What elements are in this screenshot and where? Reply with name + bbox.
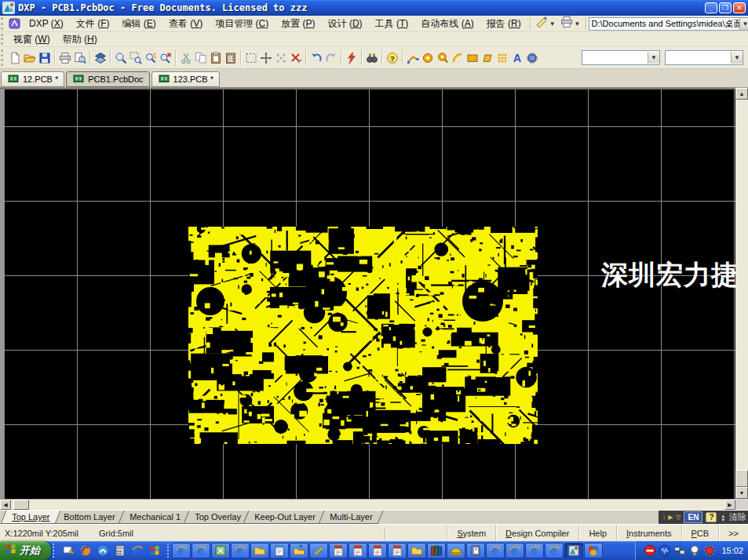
taskbar-button-word[interactable] [329,543,348,558]
deselect-button[interactable] [273,49,288,67]
scroll-down-button[interactable]: ▼ [735,487,748,499]
clear-button[interactable]: 清除 [729,511,746,523]
menu-item-w[interactable]: 视窗 (W) [7,31,57,48]
address-combobox[interactable]: D:\Documents and Settings\midea\桌面 ▼ [589,17,748,31]
quicklaunch-windows-icon[interactable] [147,543,162,558]
new-doc-button[interactable] [7,49,22,67]
taskbar-button-ie[interactable]: e [192,543,210,558]
menu-item-t[interactable]: 工具 (T) [369,16,415,32]
language-indicator[interactable]: EN [684,511,702,523]
restore-button[interactable]: ❐ [719,2,732,13]
doc-tab-pcb1-pcbdoc[interactable]: PCB1.PcbDoc [66,71,149,87]
taskbar-button-dxp[interactable] [564,543,583,558]
quicklaunch-messenger-icon[interactable] [95,543,111,558]
taskbar-button-ie[interactable]: e [486,543,505,558]
find-button[interactable] [364,49,379,67]
minimize-button[interactable]: _ [705,2,717,13]
quicklaunch-media-player-icon[interactable] [78,543,93,558]
place-component-button[interactable] [524,49,539,67]
menu-item-d[interactable]: 设计 (D) [322,16,369,32]
taskbar-button-word[interactable] [388,543,407,558]
save-button[interactable] [37,49,52,67]
play-icon[interactable]: ▶ [668,514,673,521]
layer-tab-keep-out-layer[interactable]: Keep-Out Layer [243,511,327,524]
address-dropdown-button[interactable]: ▼ [739,18,748,30]
zoom-points-button[interactable] [143,49,158,67]
taskbar-button-wordpad[interactable] [270,543,289,558]
taskbar-button-ie[interactable]: e [525,543,544,558]
quicklaunch-show-desktop-icon[interactable] [60,543,76,558]
layer-tab-mechanical-1[interactable]: Mechanical 1 [118,511,192,524]
vertical-scroll-thumb[interactable] [735,470,748,487]
menu-item-a[interactable]: 自动布线 (A) [414,16,480,32]
menu-item-v[interactable]: 查看 (V) [162,16,209,32]
zoom-area-button[interactable] [128,49,143,67]
taskbar-button-addressbook[interactable] [466,543,485,558]
place-fill-button[interactable] [465,49,480,67]
status-panel-pcb[interactable]: PCB [681,525,719,541]
net-combobox[interactable]: ▼ [665,50,743,65]
layer-tab-bottom-layer[interactable]: Bottom Layer [53,511,126,524]
taskbar-button-paint[interactable] [309,543,328,558]
taskbar-button-ie[interactable]: e [505,543,524,558]
redo-button[interactable] [323,49,338,67]
measure-tool-button[interactable]: ▼ [534,15,557,32]
taskbar-button-folder[interactable] [250,543,269,558]
paste-button[interactable] [208,49,223,67]
menu-grip[interactable] [1,17,5,30]
language-help-button[interactable]: ? [706,512,717,522]
layer-tab-top-layer[interactable]: Top Layer [1,511,61,524]
horizontal-scrollbar[interactable]: ◀ ▶ [0,499,735,510]
combo-dropdown-button[interactable]: ▼ [648,52,659,64]
place-string-button[interactable]: A [509,49,524,67]
taskbar-button-word[interactable] [348,543,367,558]
taskbar-button-ie[interactable]: e [172,543,191,558]
toolbar-grip[interactable] [1,49,5,67]
print-button[interactable] [57,49,72,67]
select-area-button[interactable] [243,49,258,67]
print-preview-button[interactable] [72,49,87,67]
quicklaunch-ie-icon[interactable]: e [130,543,145,558]
place-pad-button[interactable] [420,49,435,67]
scroll-up-button[interactable]: ▲ [735,88,748,100]
taskbar-button-books[interactable] [427,543,446,558]
taskbar-grip[interactable] [53,544,56,558]
status-panel-design-compiler[interactable]: Design Compiler [495,525,578,541]
place-via-button[interactable] [435,49,450,67]
place-polygon-button[interactable] [480,49,494,67]
taskbar-button-hardhat[interactable] [447,543,465,558]
place-arc-button[interactable] [450,49,465,67]
tray-voice-icon[interactable] [659,544,671,557]
taskbar-button-folder[interactable] [407,543,426,558]
scroll-right-button[interactable]: ▶ [724,500,735,510]
undo-button[interactable] [308,49,323,67]
layer-tab-multi-layer[interactable]: Multi-Layer [318,511,383,524]
taskbar-button-folder-open[interactable] [290,543,308,558]
clear-filter-button[interactable] [288,49,303,67]
zoom-clear-button[interactable] [158,49,173,67]
menu-item-h[interactable]: 帮助 (H) [57,31,104,48]
start-button[interactable]: 开始 [0,541,51,560]
menu-item-c[interactable]: 项目管理 (C) [209,16,275,32]
browse-layers-button[interactable] [93,49,108,67]
status-panel-help[interactable]: Help [578,525,616,541]
help-button[interactable]: ? [385,49,400,67]
menu-grip[interactable] [1,34,5,45]
interactive-route-button[interactable] [344,49,359,67]
taskbar-button-word[interactable] [368,543,387,558]
pcb-editor-canvas[interactable]: 深圳宏力捷 [0,88,735,499]
horizontal-scroll-thumb[interactable] [13,500,29,510]
doc-tab-12-pcb[interactable]: 12.PCB * [1,71,64,87]
layer-tab-top-overlay[interactable]: Top Overlay [183,511,252,524]
status-panel-system[interactable]: System [447,525,495,541]
menu-item-x[interactable]: DXP (X) [23,16,70,31]
move-button[interactable] [258,49,273,67]
open-folder-button[interactable] [22,49,37,67]
print-tool-button[interactable]: ▼ [559,15,582,32]
zoom-window-button[interactable] [113,49,128,67]
snap-options-icon[interactable]: ⁞ [663,514,665,521]
taskbar-button-colors[interactable] [584,543,603,558]
vertical-scrollbar[interactable]: ▲ ▼ [735,88,748,499]
place-array-button[interactable] [494,49,509,67]
menu-item-e[interactable]: 编辑 (E) [116,16,162,32]
